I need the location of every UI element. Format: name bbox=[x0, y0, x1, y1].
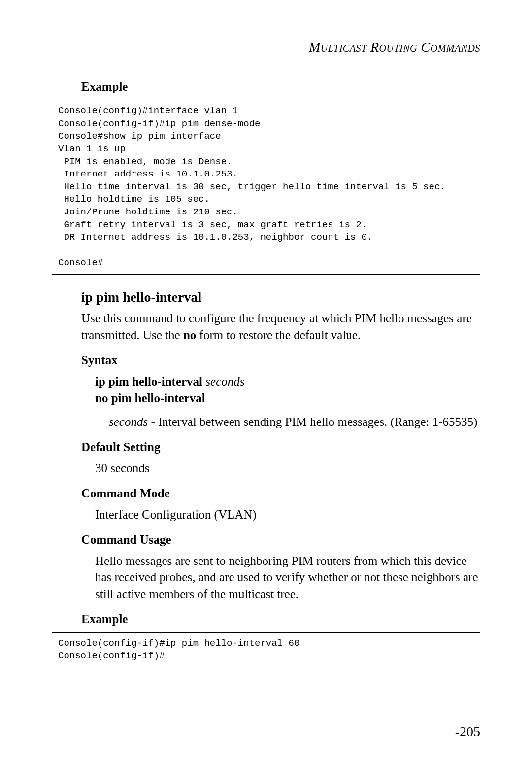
param-name: seconds bbox=[109, 415, 148, 428]
command-mode-value: Interface Configuration (VLAN) bbox=[95, 506, 480, 523]
page-number: -205 bbox=[455, 724, 480, 739]
example-heading-1: Example bbox=[81, 80, 480, 94]
command-usage-heading: Command Usage bbox=[81, 533, 480, 547]
command-title: ip pim hello-interval bbox=[81, 289, 480, 305]
syntax-block: ip pim hello-interval seconds no pim hel… bbox=[95, 373, 480, 430]
syntax-param-1: seconds bbox=[202, 375, 244, 388]
desc-bold: no bbox=[183, 328, 196, 342]
syntax-cmd-2: no pim hello-interval bbox=[95, 391, 205, 405]
code-block-1: Console(config)#interface vlan 1 Console… bbox=[52, 100, 480, 275]
page-content: Example Console(config)#interface vlan 1… bbox=[52, 80, 480, 668]
page-header-title: Multicast Routing Commands bbox=[52, 39, 480, 55]
syntax-heading: Syntax bbox=[81, 353, 480, 367]
desc-text-2: form to restore the default value. bbox=[196, 328, 361, 342]
default-setting-heading: Default Setting bbox=[81, 440, 480, 454]
syntax-cmd-1: ip pim hello-interval bbox=[95, 375, 202, 388]
example-heading-2: Example bbox=[81, 612, 480, 626]
command-description: Use this command to configure the freque… bbox=[81, 310, 480, 344]
param-text: - Interval between sending PIM hello mes… bbox=[148, 415, 477, 428]
code-block-2: Console(config-if)#ip pim hello-interval… bbox=[52, 632, 480, 668]
command-usage-value: Hello messages are sent to neighboring P… bbox=[95, 553, 480, 602]
default-setting-value: 30 seconds bbox=[95, 460, 480, 477]
syntax-param-desc: seconds - Interval between sending PIM h… bbox=[109, 414, 480, 430]
syntax-line-1: ip pim hello-interval seconds bbox=[95, 373, 480, 390]
syntax-line-2: no pim hello-interval bbox=[95, 390, 480, 407]
command-mode-heading: Command Mode bbox=[81, 487, 480, 500]
